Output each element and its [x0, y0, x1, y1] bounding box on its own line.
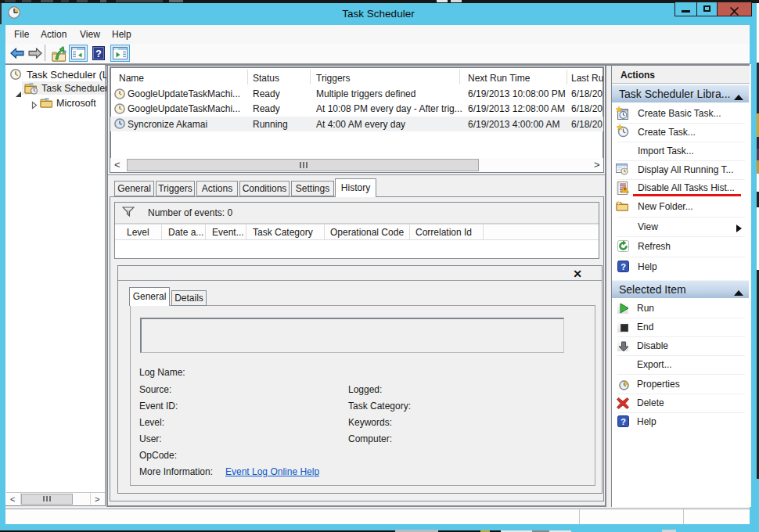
- svg-text:?: ?: [621, 262, 626, 271]
- svg-text:?: ?: [95, 48, 102, 59]
- svg-text:?: ?: [621, 417, 626, 426]
